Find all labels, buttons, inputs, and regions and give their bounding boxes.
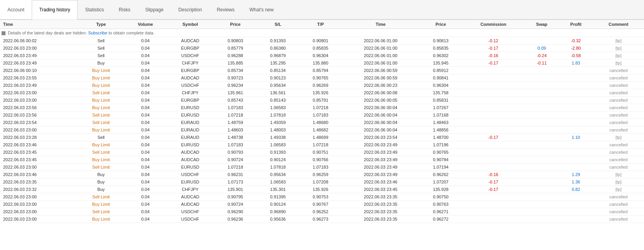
- col-header-time-0: Time: [0, 20, 78, 29]
- cell-12: cancelled: [593, 164, 644, 171]
- cell-9: [462, 82, 525, 89]
- cell-9: -0.16: [462, 52, 525, 59]
- tab-description[interactable]: Description: [171, 0, 209, 19]
- cell-1: Buy Limit: [78, 201, 124, 208]
- cell-6: 0.90751: [299, 149, 342, 156]
- tab-reviews[interactable]: Reviews: [209, 0, 242, 19]
- cell-2: 0.04: [125, 67, 166, 74]
- cell-8: 1.48700: [420, 134, 462, 141]
- cell-6: 0.96259: [299, 171, 342, 178]
- table-row: 2022.06.03 23:00Buy Limit0.04USDCHF0.962…: [0, 216, 644, 223]
- cell-1: Buy Limit: [78, 82, 124, 89]
- subscribe-link[interactable]: Subscribe: [88, 31, 107, 35]
- cell-3: AUDCAD: [166, 193, 214, 201]
- cell-0: 2022.06.03 23:32: [0, 186, 78, 193]
- cell-10: [525, 216, 559, 223]
- cell-0: 2022.06.03 23:35: [0, 178, 78, 186]
- tab-risks[interactable]: Risks: [111, 0, 137, 19]
- cell-10: [525, 97, 559, 104]
- cell-1: Sell Limit: [78, 89, 124, 97]
- cell-1: Sell: [78, 52, 124, 59]
- tab-trading-history[interactable]: Trading history: [32, 0, 78, 20]
- cell-2: 0.04: [125, 52, 166, 59]
- cell-6: 1.07183: [299, 112, 342, 119]
- tab-slippage[interactable]: Slippage: [138, 0, 171, 19]
- cell-7: 2022.06.03 23:54: [342, 134, 420, 141]
- cell-3: USDCHF: [166, 82, 214, 89]
- cell-11: [559, 112, 593, 119]
- cell-1: Sell: [78, 134, 124, 141]
- cell-12: cancelled: [593, 149, 644, 156]
- cell-6: 1.07208: [299, 178, 342, 186]
- cell-0: 2022.06.03 23:55: [0, 74, 78, 82]
- cell-8: 0.90841: [420, 74, 462, 82]
- cell-9: -0.17: [462, 59, 525, 67]
- cell-4: 0.96288: [214, 52, 257, 59]
- cell-5: 0.95634: [257, 171, 299, 178]
- cell-6: 0.90753: [299, 193, 342, 201]
- cell-4: 0.96234: [214, 82, 257, 89]
- cell-7: 2022.06.06 01:00: [342, 59, 420, 67]
- cell-2: 0.04: [125, 201, 166, 208]
- cell-9: [462, 67, 525, 74]
- cell-7: 2022.06.03 23:49: [342, 141, 420, 149]
- cell-6: 0.85794: [299, 67, 342, 74]
- cell-9: [462, 141, 525, 149]
- cell-8: 1.07196: [420, 141, 462, 149]
- cell-10: [525, 178, 559, 186]
- cell-1: Sell Limit: [78, 149, 124, 156]
- tab-statistics[interactable]: Statistics: [78, 0, 111, 19]
- cell-7: 2022.06.06 01:00: [342, 45, 420, 52]
- cell-12: cancelled: [593, 119, 644, 126]
- cell-12: [tp]: [593, 37, 644, 45]
- cell-10: [525, 112, 559, 119]
- cell-12: cancelled: [593, 89, 644, 97]
- cell-11: [559, 149, 593, 156]
- cell-11: [559, 97, 593, 104]
- cell-4: 0.90724: [214, 156, 257, 164]
- cell-1: Buy Limit: [78, 216, 124, 223]
- tab-account[interactable]: Account: [0, 0, 32, 19]
- cell-7: 2022.06.03 23:49: [342, 149, 420, 156]
- cell-11: 1.29: [559, 171, 593, 178]
- col-header-comment-12: Comment: [593, 20, 644, 29]
- cell-11: [559, 208, 593, 216]
- cell-12: cancelled: [593, 201, 644, 208]
- col-header-time-7: Time: [342, 20, 420, 29]
- cell-5: 1.06583: [257, 141, 299, 149]
- cell-1: Buy Limit: [78, 141, 124, 149]
- cell-7: 2022.06.03 23:35: [342, 216, 420, 223]
- col-header-type-1: Type: [78, 20, 124, 29]
- tab-what's-new[interactable]: What's new: [242, 0, 281, 19]
- cell-2: 0.04: [125, 104, 166, 112]
- cell-0: 2022.06.06 00:10: [0, 67, 78, 74]
- cell-7: 2022.06.03 23:35: [342, 193, 420, 201]
- cell-3: EURUSD: [166, 141, 214, 149]
- cell-1: Buy Limit: [78, 74, 124, 82]
- cell-6: 1.48699: [299, 134, 342, 141]
- trading-history-table: TimeTypeVolumeSymbolPriceS/LT/PTimePrice…: [0, 20, 644, 223]
- cell-10: -0.24: [525, 52, 559, 59]
- cell-12: cancelled: [593, 74, 644, 82]
- cell-4: 0.96290: [214, 208, 257, 216]
- cell-1: Buy: [78, 186, 124, 193]
- cell-11: 0.82: [559, 186, 593, 193]
- cell-8: 1.48463: [420, 119, 462, 126]
- cell-2: 0.04: [125, 82, 166, 89]
- cell-11: -0.32: [559, 37, 593, 45]
- cell-0: 2022.06.06 00:02: [0, 37, 78, 45]
- table-row: 2022.06.03 23:00Sell Limit0.04USDCHF0.96…: [0, 208, 644, 216]
- cell-1: Sell: [78, 45, 124, 52]
- cell-2: 0.04: [125, 74, 166, 82]
- cell-12: cancelled: [593, 82, 644, 89]
- cell-5: 1.49359: [257, 119, 299, 126]
- cell-6: 0.90765: [299, 74, 342, 82]
- cell-3: USDCHF: [166, 52, 214, 59]
- cell-1: Sell Limit: [78, 112, 124, 119]
- cell-8: 0.90813: [420, 37, 462, 45]
- cell-7: 2022.06.06 00:04: [342, 119, 420, 126]
- table-row: 2022.06.03 23:56Buy Limit0.04EURUSD1.071…: [0, 104, 644, 112]
- cell-4: 0.96231: [214, 171, 257, 178]
- cell-6: 0.90767: [299, 201, 342, 208]
- cell-11: [559, 126, 593, 134]
